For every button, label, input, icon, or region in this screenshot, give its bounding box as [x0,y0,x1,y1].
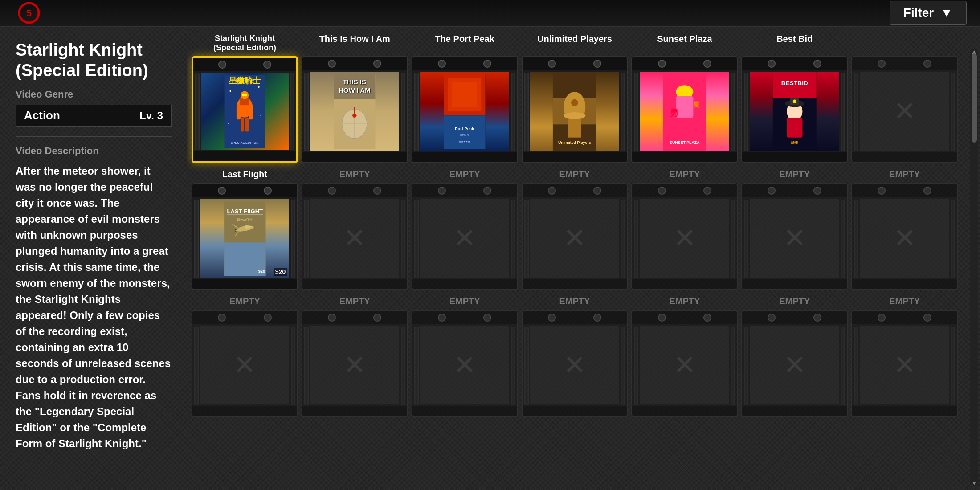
vhs-cell-1-0[interactable]: 02 LAST FIIGHT 最後の飛行 $20 [192,183,298,290]
vhs-tape-empty-2-0[interactable]: ✕ [192,310,298,417]
svg-point-37 [564,112,586,119]
vhs-tape-empty-1-6[interactable]: ✕ [851,183,958,290]
vhs-grip-left [304,200,309,278]
vhs-cell-0-2[interactable]: Port Peak DEMO ★★★★★ [412,56,518,163]
vhs-cell-0-1[interactable]: THIS IS HOW I AM [302,56,408,163]
filter-button[interactable]: Filter ▼ [890,1,967,25]
vhs-grip-left [414,200,419,278]
portpeak-art: Port Peak DEMO ★★★★★ [422,74,507,149]
svg-text:LAST FIIGHT: LAST FIIGHT [227,208,262,215]
vhs-tape-empty-1-3[interactable]: ✕ [522,183,628,290]
vhs-grip-left [744,200,748,278]
vhs-image-empty: ✕ [860,72,949,151]
vhs-cell-1-4[interactable]: ✕ [631,183,738,290]
vhs-top [193,58,296,71]
vhs-grip-right [511,200,515,278]
spool-right [593,60,601,68]
vhs-image-empty: ✕ [420,199,509,278]
vhs-grip-right [731,327,735,405]
vhs-tape-empty-2-2[interactable]: ✕ [412,310,518,417]
vhs-grip-left [744,73,748,151]
vhs-grip-left [194,327,199,405]
vhs-tape-unlimited[interactable]: Unlimited Players [522,56,628,163]
row2-label-0: Last Flight [192,167,298,182]
col-header-3: Unlimited Players [522,31,628,55]
svg-text:星徽騎士: 星徽騎士 [235,78,255,84]
vhs-grip-right [291,200,295,278]
svg-point-11 [242,94,245,96]
vhs-bottom [193,151,296,161]
vhs-bottom [742,406,847,416]
vhs-cell-2-0[interactable]: ✕ [192,310,298,417]
spool-right [703,187,711,195]
vhs-cell-1-3[interactable]: ✕ [522,183,628,290]
vhs-cell-1-5[interactable]: ✕ [741,183,848,290]
vhs-bottom [632,406,737,416]
vhs-tape-empty-1-2[interactable]: ✕ [412,183,518,290]
vhs-bottom [192,406,297,416]
vhs-cell-0-5[interactable]: BESTBID 雑集 [741,56,848,163]
vhs-cell-0-6[interactable]: ✕ [851,56,958,163]
vhs-grip-left [854,327,858,405]
svg-text:Unlimited Players: Unlimited Players [558,140,591,145]
vhs-cell-2-5[interactable]: ✕ [741,310,848,417]
svg-rect-8 [249,107,253,119]
vhs-grip-right [621,73,625,151]
vhs-tape-empty-1-1[interactable]: ✕ [302,183,408,290]
vhs-grip-right [841,200,845,278]
vhs-tape-empty-1-5[interactable]: ✕ [741,183,848,290]
vhs-cell-1-6[interactable]: ✕ [851,183,958,290]
vhs-grip-right [731,200,735,278]
row3-label-0: EMPTY [192,294,298,309]
vhs-tape-empty-1-4[interactable]: ✕ [631,183,738,290]
vhs-tape-thisis[interactable]: THIS IS HOW I AM [302,56,408,163]
spool-right [264,187,272,195]
vhs-cell-0-4[interactable]: 勇 夏 SUNSET PLAZA [631,56,738,163]
svg-point-13 [230,90,232,92]
bestbid-art: BESTBID 雑集 [750,72,839,151]
vhs-tape-starlight[interactable]: 星徽騎士 [192,56,298,163]
vhs-cell-2-6[interactable]: ✕ [851,310,958,417]
svg-rect-10 [245,118,249,132]
svg-text:勇: 勇 [670,108,678,118]
empty-x-icon: ✕ [233,352,256,379]
vhs-cell-2-4[interactable]: ✕ [631,310,738,417]
vhs-image-empty: ✕ [200,326,290,404]
vhs-bottom [742,152,847,162]
vhs-tape-bestbid[interactable]: BESTBID 雑集 [741,56,848,163]
cover-portpeak: Port Peak DEMO ★★★★★ [420,72,509,151]
svg-text:THIS IS: THIS IS [343,78,366,86]
vhs-cell-2-1[interactable]: ✕ [302,310,408,417]
vhs-cell-2-2[interactable]: ✕ [412,310,518,417]
vhs-tape-portpeak[interactable]: Port Peak DEMO ★★★★★ [412,56,518,163]
vhs-image-portpeak: Port Peak DEMO ★★★★★ [420,72,509,151]
vhs-image-empty: ✕ [420,326,509,404]
vhs-tape-empty-2-3[interactable]: ✕ [522,310,628,417]
empty-x-icon: ✕ [784,352,806,379]
vhs-cell-0-3[interactable]: Unlimited Players [522,56,628,163]
vhs-tape-empty-2-6[interactable]: ✕ [851,310,958,417]
vhs-tape-empty-2-1[interactable]: ✕ [302,310,408,417]
vhs-tape-sunset[interactable]: 勇 夏 SUNSET PLAZA [631,56,738,163]
vhs-tape-lastflight[interactable]: 02 LAST FIIGHT 最後の飛行 $20 [192,183,298,290]
scrollbar[interactable]: ▲ ▼ [970,49,978,486]
vhs-grip-right [951,73,955,151]
spool-left [658,60,666,68]
vhs-cell-0-0[interactable]: 星徽騎士 [192,56,298,163]
vhs-tape-empty-0-6[interactable]: ✕ [851,56,958,163]
vhs-cell-2-3[interactable]: ✕ [522,310,628,417]
vhs-row-2: 02 LAST FIIGHT 最後の飛行 $20 [192,183,971,290]
vhs-cell-1-2[interactable]: ✕ [412,183,518,290]
logo: 5 [13,1,45,25]
svg-text:SPECIAL EDITION: SPECIAL EDITION [231,141,259,145]
vhs-tape-empty-2-5[interactable]: ✕ [741,310,848,417]
vhs-tape-empty-2-4[interactable]: ✕ [631,310,738,417]
row3-labels: EMPTY EMPTY EMPTY EMPTY EMPTY EMPTY EMPT… [192,294,971,309]
scroll-down-icon[interactable]: ▼ [971,479,977,486]
vhs-cell-1-1[interactable]: ✕ [302,183,408,290]
spool-left [438,60,446,68]
scrollbar-thumb[interactable] [972,53,977,143]
spool-right [923,314,931,322]
spool-left [768,314,776,322]
vhs-image-starlight: 星徽騎士 [201,73,288,150]
